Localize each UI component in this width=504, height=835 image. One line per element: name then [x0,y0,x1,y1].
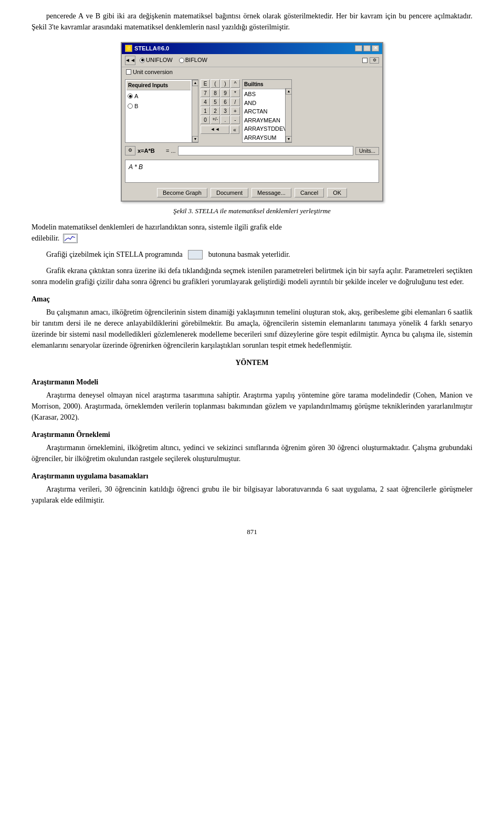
arrow-row: ◄◄ « [201,126,240,134]
biflow-radio[interactable]: BIFLOW [179,56,207,65]
sb-up-btn[interactable]: ▲ [192,80,198,86]
orneklemi-heading: Araştırmanın Örneklemi [32,429,472,440]
maximize-button[interactable]: □ [363,45,371,51]
titlebar-left: ⭐ STELLA®6.0 [125,44,169,53]
arastirma-modeli-heading: Araştırmanın Modeli [32,377,472,388]
numpad-plus[interactable]: + [230,107,240,115]
builtin-and[interactable]: AND [244,99,290,108]
flow-radio-group: UNIFLOW BIFLOW [140,56,207,65]
expression-area: A * B [125,160,379,183]
numpad-divide[interactable]: / [230,98,240,106]
numpad-7[interactable]: 7 [201,89,210,97]
become-graph-button[interactable]: Become Graph [157,188,207,197]
paragraph-4: Grafik ekrana çıktıktan sonra üzerine ik… [32,265,472,287]
stella-titlebar: ⭐ STELLA®6.0 _ □ ✕ [122,43,382,54]
graph-icon-inline [188,250,203,259]
numpad-2[interactable]: 2 [211,107,220,115]
sb-down-btn[interactable]: ▼ [192,136,198,142]
figure-caption: Şekil 3. STELLA ile matematiksel denklem… [173,206,331,216]
top-right-checkbox[interactable] [362,58,368,63]
top-right-btn[interactable]: ⚙ [370,57,379,64]
units-button[interactable]: Units... [355,147,379,155]
builtin-sb-track [286,95,291,136]
forward-arrow-btn[interactable]: « [230,126,239,134]
item-b-label: B [134,102,138,111]
svg-rect-1 [65,235,77,242]
numpad-5[interactable]: 5 [211,98,220,106]
section-amac-heading: Amaç [32,294,472,305]
numpad-multiply[interactable]: * [230,89,240,97]
builtin-arraystddev[interactable]: ARRAYSTDDEV [244,124,290,133]
numpad-area: E ( ) ^ 7 8 9 * 4 5 6 / [201,79,240,143]
two-column-section: Araştırmanın Modeli Araştırma deneysel o… [32,370,472,511]
numpad-8[interactable]: 8 [211,89,220,97]
formula-input[interactable] [178,146,353,155]
numpad-6[interactable]: 6 [220,98,230,106]
stella-toolbar: ◄◄ UNIFLOW BIFLOW ⚙ [122,54,382,67]
unit-conversion-label: Unit conversion [133,68,173,77]
numpad-0[interactable]: 0 [201,116,210,124]
formula-eq: = ... [166,147,176,155]
biflow-radio-circle [179,58,184,63]
numpad-grid: 7 8 9 * 4 5 6 / 1 2 3 + 0 +/- . [201,89,240,124]
builtin-sb-down[interactable]: ▼ [286,136,292,142]
cancel-button[interactable]: Cancel [295,188,324,197]
paragraph-1: pencerede A ve B gibi iki ara değişkenin… [32,11,472,33]
stella-main-row: Required Inputs A B ▲ ▼ [125,79,379,143]
minimize-button[interactable]: _ [355,45,362,51]
builtin-arctan[interactable]: ARCTAN [244,107,290,116]
graph-icon [63,234,78,243]
required-inputs-item-a[interactable]: A [127,91,191,101]
builtin-arraymean[interactable]: ARRAYMEAN [244,116,290,125]
paragraph-7: Araştırmanın örneklemini, ilköğretim alt… [32,442,472,464]
paragraph-2-start: Modelin matematiksel denklemleri de hazı… [32,222,472,244]
uygulama-heading: Araştırmanın uygulama basamakları [32,471,472,482]
numpad-3[interactable]: 3 [220,107,230,115]
formula-bar: ⚙ x=A*B = ... Units... [125,145,379,156]
biflow-label: BIFLOW [185,56,207,65]
numpad-4[interactable]: 4 [201,98,210,106]
numpad-close-paren[interactable]: ) [220,79,230,88]
item-a-label: A [134,92,138,101]
numpad-plusminus[interactable]: +/- [211,116,220,124]
ok-button[interactable]: OK [327,188,347,197]
builtin-abs[interactable]: ABS [244,90,290,99]
numpad-E[interactable]: E [201,79,210,88]
numpad-minus[interactable]: - [230,116,240,124]
document-button[interactable]: Document [211,188,248,197]
message-button[interactable]: Message... [251,188,291,197]
numpad-1[interactable]: 1 [201,107,210,115]
required-inputs-item-b[interactable]: B [127,101,191,111]
item-a-radio [128,93,133,99]
close-button[interactable]: ✕ [372,45,379,51]
builtins-scrollbar[interactable]: ▲ ▼ [285,88,291,142]
titlebar-right: _ □ ✕ [355,45,379,51]
item-b-radio [128,103,133,109]
unit-conversion-checkbox[interactable] [126,69,131,75]
paragraph-6: Araştırma deneysel olmayan nicel araştır… [32,390,472,423]
left-column: Araştırmanın Modeli Araştırma deneysel o… [32,370,472,511]
builtins-title: Builtins [243,80,291,89]
p3-start-text: Grafiği çizebilmek için STELLA programın… [46,250,183,258]
numpad-9[interactable]: 9 [220,89,230,97]
required-inputs-scrollbar[interactable]: ▲ ▼ [192,80,198,142]
builtin-arraysum[interactable]: ARRAYSUM [244,133,290,142]
numpad-open-paren[interactable]: ( [211,79,220,88]
paragraph-3: Grafiği çizebilmek için STELLA programın… [32,249,472,260]
uniflow-label: UNIFLOW [146,56,173,65]
builtins-panel: Builtins ABS AND ARCTAN ARRAYMEAN ARRAYS… [242,79,292,143]
figure-container: ⭐ STELLA®6.0 _ □ ✕ ◄◄ UNIFLOW BIFLOW [32,42,472,216]
stella-window-title: STELLA®6.0 [134,44,169,53]
stella-buttons: Become Graph Document Message... Cancel … [125,186,379,199]
sb-track [192,86,198,136]
stella-body: Required Inputs A B ▲ ▼ [122,77,382,201]
formula-icon: ⚙ [125,146,135,155]
uniflow-radio[interactable]: UNIFLOW [140,56,173,65]
p3-end-text: butonuna basmak yeterlidir. [208,250,290,258]
back-arrow[interactable]: ◄◄ [125,56,135,65]
numpad-caret[interactable]: ^ [230,79,240,88]
numpad-dot[interactable]: . [220,116,230,124]
back-arrow-btn[interactable]: ◄◄ [201,126,229,134]
p2-start-text: Modelin matematiksel denklemleri de hazı… [32,223,282,231]
builtin-sb-up[interactable]: ▲ [286,88,292,95]
